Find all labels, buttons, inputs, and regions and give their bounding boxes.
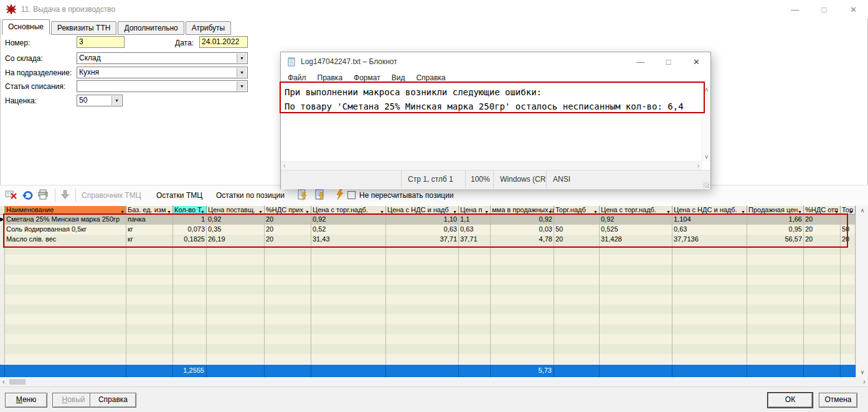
cell[interactable] (207, 245, 265, 255)
cell[interactable] (841, 314, 856, 324)
cell[interactable] (5, 354, 126, 364)
cell[interactable] (311, 255, 386, 265)
scroll-down-icon[interactable]: ∨ (856, 369, 868, 375)
table-row-empty[interactable] (0, 344, 856, 354)
cell[interactable] (311, 245, 386, 255)
cell[interactable] (5, 334, 126, 344)
table-row-empty[interactable] (0, 354, 856, 364)
cell[interactable] (747, 344, 804, 354)
cell[interactable]: 20 (804, 225, 841, 235)
tab-1[interactable]: Реквизиты ТТН (51, 21, 116, 35)
cell[interactable] (600, 344, 672, 354)
cell[interactable]: 26,19 (207, 235, 265, 245)
filter-dropdown-icon[interactable]: ▼ (258, 208, 263, 215)
cell[interactable]: 37,7136 (672, 235, 747, 245)
cell[interactable]: 1,1 (459, 215, 491, 225)
cell[interactable]: 1,66 (747, 215, 804, 225)
cell[interactable]: 0,1825 (173, 235, 207, 245)
cell[interactable] (841, 294, 856, 304)
cell[interactable] (672, 255, 747, 265)
column-header-10[interactable]: Цена с торг.надб.▼ (600, 205, 672, 215)
column-header-12[interactable]: Продажная цен▼ (747, 205, 804, 215)
cell[interactable] (311, 344, 386, 354)
cell[interactable] (747, 354, 804, 364)
chevron-down-icon[interactable]: ▼ (237, 68, 247, 77)
scroll-up-icon[interactable]: ∧ (704, 86, 709, 93)
scroll-left-icon[interactable]: ‹ (283, 162, 285, 169)
cell[interactable] (459, 294, 491, 304)
cell[interactable] (841, 354, 856, 364)
notepad-horizontal-scrollbar[interactable]: ‹ › (281, 161, 702, 171)
cell[interactable] (554, 324, 600, 334)
cell[interactable]: 56,57 (747, 235, 804, 245)
cell[interactable] (265, 314, 311, 324)
date-input[interactable]: 24.01.2022 (199, 36, 248, 48)
cell[interactable] (600, 314, 672, 324)
column-header-9[interactable]: Торг.надб▼ (554, 205, 600, 215)
refresh-icon[interactable] (22, 189, 34, 200)
filter-dropdown-icon[interactable]: ▼ (167, 208, 171, 215)
cell[interactable]: 0,92 (311, 215, 386, 225)
cell[interactable] (126, 334, 173, 344)
position-remainders-button[interactable]: Остатки по позиции (216, 191, 285, 200)
tmc-remainders-button[interactable]: Остатки ТМЦ (156, 191, 202, 200)
cell[interactable] (386, 255, 459, 265)
cell[interactable] (265, 294, 311, 304)
cell[interactable] (600, 354, 672, 364)
cell[interactable] (841, 334, 856, 344)
cell[interactable]: 0,92 (491, 215, 554, 225)
cell[interactable] (841, 284, 856, 294)
cell[interactable] (265, 344, 311, 354)
cell[interactable] (265, 255, 311, 265)
cell[interactable] (554, 304, 600, 314)
column-header-2[interactable]: Кол-во Т▼ (173, 205, 207, 215)
filter-dropdown-icon[interactable]: ▼ (849, 208, 854, 215)
notepad-text-area[interactable]: При выполнении макроса возникли следующи… (281, 85, 702, 161)
cell[interactable] (173, 354, 207, 364)
cell[interactable] (311, 334, 386, 344)
cell[interactable] (459, 324, 491, 334)
cell[interactable] (841, 344, 856, 354)
cell[interactable] (207, 284, 265, 294)
cell[interactable] (491, 274, 554, 284)
notepad-menu-1[interactable]: Правка (312, 71, 349, 85)
table-horizontal-scrollbar[interactable]: ‹ › (0, 377, 868, 386)
recalc-checkbox[interactable] (347, 191, 356, 199)
cell[interactable] (5, 255, 126, 265)
cell[interactable] (747, 245, 804, 255)
cell[interactable]: 4,78 (491, 235, 554, 245)
cell[interactable] (841, 324, 856, 334)
cell[interactable]: 0,073 (173, 225, 207, 235)
cell[interactable] (5, 324, 126, 334)
cell[interactable] (311, 284, 386, 294)
tab-0[interactable]: Основные (2, 19, 50, 35)
cell[interactable] (5, 274, 126, 284)
cell[interactable]: 20 (804, 215, 841, 225)
cell[interactable] (459, 314, 491, 324)
cell[interactable] (207, 265, 265, 274)
cell[interactable]: 0,92 (600, 215, 672, 225)
menu-button[interactable]: Меню (5, 393, 47, 408)
cell[interactable] (207, 304, 265, 314)
cell[interactable] (747, 284, 804, 294)
cell[interactable] (841, 215, 856, 225)
cell[interactable] (804, 334, 841, 344)
cell[interactable] (554, 284, 600, 294)
column-header-6[interactable]: Цена с НДС и надб▼ (386, 205, 459, 215)
cell[interactable]: 0,35 (207, 225, 265, 235)
cell[interactable] (386, 334, 459, 344)
writeoff-select[interactable]: ▼ (77, 80, 248, 92)
cell[interactable] (804, 274, 841, 284)
cell[interactable]: 0,63 (672, 225, 747, 235)
cell[interactable] (173, 245, 207, 255)
cell[interactable]: 20 (265, 235, 311, 245)
cell[interactable] (265, 354, 311, 364)
cell[interactable] (804, 255, 841, 265)
ok-button[interactable]: ОК (768, 393, 813, 408)
notepad-menu-2[interactable]: Формат (348, 71, 386, 85)
filter-dropdown-icon[interactable]: ▼ (798, 208, 802, 215)
notepad-menu-4[interactable]: Справка (410, 71, 451, 85)
cell[interactable] (265, 274, 311, 284)
cell[interactable] (841, 274, 856, 284)
cell[interactable] (554, 255, 600, 265)
